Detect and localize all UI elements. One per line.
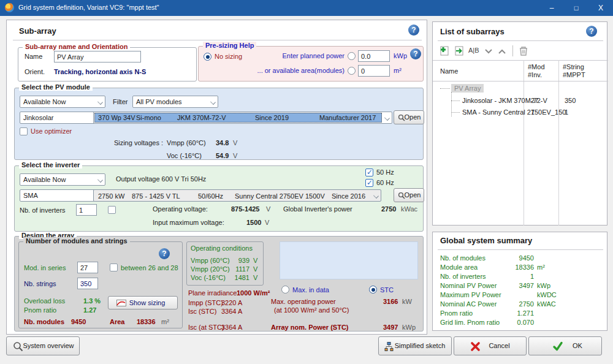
mod-series-spinner[interactable]: 27 — [77, 262, 98, 273]
rename-subarray-icon[interactable]: A|B — [468, 47, 479, 54]
no-sizing-radio[interactable] — [204, 53, 211, 61]
pv-filter-value: All PV modules — [136, 98, 182, 105]
tree-line — [451, 92, 452, 116]
orient-label: Orient. — [25, 68, 45, 75]
nb-strings-spinner[interactable]: 350 — [77, 278, 98, 289]
pv-module-since: Since 2019 — [255, 113, 289, 123]
simplified-sketch-label: Simplified sketch — [395, 342, 446, 349]
inverter-open-button[interactable]: Open — [394, 188, 424, 202]
window-title: Grid system definition, Variant VC9: "mp… — [18, 4, 159, 11]
inverter-since: Since 2016 — [332, 192, 365, 201]
opcond-value: 1117 — [231, 265, 249, 273]
column-divider — [558, 60, 559, 226]
minimize-button[interactable]: – — [539, 0, 564, 16]
summary-unit: kWDC — [537, 291, 557, 298]
subarrays-toolbar: A|B — [438, 44, 603, 59]
inverter-availability-select[interactable]: Available Now — [20, 173, 105, 186]
col-mod-header[interactable]: #Mod — [528, 63, 545, 70]
max-in-data-radio[interactable] — [281, 286, 289, 294]
area-label: ... or available area(modules) — [248, 67, 345, 74]
nb-inverters-spinner[interactable]: 1 — [76, 204, 97, 216]
move-up-icon[interactable] — [498, 48, 506, 55]
delete-subarray-icon[interactable] — [519, 45, 528, 56]
summary-label: Maximum PV Power — [440, 291, 501, 298]
subarray-heading: Sub-array — [19, 26, 56, 36]
tree-root-pv-array[interactable]: PV Array — [451, 84, 484, 93]
pv-availability-select[interactable]: Available Now — [20, 96, 105, 108]
subarray-name-input[interactable]: PV Array — [54, 51, 141, 63]
pv-module-select[interactable]: 370 Wp 34V Si-mono JKM 370M-72-V Since 2… — [93, 112, 392, 124]
show-sizing-button[interactable]: Show sizing — [108, 296, 178, 309]
filter-label: Filter — [113, 98, 128, 105]
isc-at-stc-label: Isc (at STC) — [188, 324, 224, 331]
orientation-value: Tracking, horizontal axis N-S — [54, 68, 146, 75]
inverter-title: Select the inverter — [19, 161, 82, 169]
cancel-button[interactable]: Cancel — [454, 336, 527, 355]
inverter-frequency: 50/60Hz — [198, 192, 223, 201]
planned-power-label: Enter planned power — [278, 52, 345, 59]
vmpp-label: Vmpp (60°C) — [167, 139, 206, 146]
inverter-voltage-range: 875 - 1425 V TL — [132, 192, 180, 201]
system-overview-button[interactable]: System overview — [6, 336, 80, 355]
duplicate-subarray-icon[interactable] — [454, 45, 465, 56]
planned-power-radio[interactable] — [348, 52, 356, 60]
show-sizing-label: Show sizing — [129, 299, 166, 306]
subarrays-help-icon[interactable]: ? — [586, 26, 597, 37]
app-logo-icon — [5, 3, 14, 12]
col-inv-header[interactable]: #Inv. — [528, 71, 542, 78]
isc-value: 3364 A — [221, 308, 242, 315]
overload-loss-value: 1.3 % — [83, 297, 101, 305]
inverter-manufacturer-select[interactable]: SMA — [20, 189, 105, 202]
move-down-icon[interactable] — [484, 48, 493, 55]
tree-item-module-string: 350 — [565, 97, 576, 104]
presizing-help-icon[interactable]: ? — [410, 48, 421, 59]
tree-item-inverter[interactable]: SMA - Sunny Central 2750EV_150 — [462, 108, 566, 116]
inverter-open-label: Open — [405, 191, 421, 199]
pv-filter-select[interactable]: All PV modules — [132, 96, 218, 108]
stc-radio[interactable] — [369, 286, 377, 294]
summary-value: 1 — [500, 273, 534, 280]
vmpp-value: 34.8 — [216, 139, 229, 146]
simplified-sketch-button[interactable]: Simplified sketch — [378, 336, 452, 355]
isc-label: Isc (STC) — [188, 308, 216, 315]
opcond-value: 1481 — [231, 274, 249, 281]
col-name-header[interactable]: Name — [440, 67, 458, 75]
inverter-model-select[interactable]: 2750 kW 875 - 1425 V TL 50/60Hz Sunny Ce… — [93, 189, 381, 202]
between-label: between 26 and 28 — [121, 264, 178, 271]
pv-availability-value: Available Now — [23, 98, 66, 105]
pv-module-title: Select the PV module — [19, 83, 93, 91]
freq-60hz-checkbox[interactable] — [365, 179, 373, 187]
col-mppt-header[interactable]: #MPPT — [563, 71, 585, 78]
pv-module-model: JKM 370M-72-V — [177, 113, 226, 123]
inverter-manufacturer-value: SMA — [23, 192, 38, 199]
ok-button[interactable]: OK — [528, 336, 602, 355]
area-radio[interactable] — [348, 67, 356, 75]
add-subarray-icon[interactable] — [439, 45, 450, 56]
use-optimizer-checkbox[interactable] — [20, 127, 28, 135]
subarray-help-icon[interactable]: ? — [408, 25, 419, 36]
pv-manufacturer-select[interactable]: Jinkosolar — [20, 112, 105, 124]
impp-label: Impp (STC) — [188, 299, 223, 306]
global-power-label: Global Inverter's power — [283, 205, 352, 213]
col-string-header[interactable]: #String — [563, 63, 584, 70]
modules-strings-title: Number of modules and strings — [23, 237, 130, 245]
operating-voltage-unit: V — [266, 205, 270, 213]
search-icon — [13, 341, 23, 352]
pv-open-button[interactable]: Open — [394, 110, 424, 124]
pv-module-section: Select the PV module Available Now Filte… — [14, 88, 424, 160]
summary-label: Grid lim. Pnom ratio — [440, 319, 500, 326]
planned-power-input[interactable]: 0.0 — [358, 50, 390, 62]
close-button[interactable]: X — [588, 0, 613, 16]
summary-value: 1.271 — [500, 309, 534, 317]
summary-title: Global system summary — [440, 236, 532, 245]
area-label: Area — [110, 318, 124, 325]
freq-50hz-checkbox[interactable] — [365, 169, 373, 176]
modules-strings-help-icon[interactable]: ? — [159, 248, 170, 259]
area-input[interactable]: 0 — [358, 65, 390, 77]
nb-inverters-checkbox[interactable] — [108, 206, 116, 214]
between-checkbox[interactable] — [110, 264, 118, 271]
presizing-group: Pre-sizing Help No sizing Enter planned … — [198, 46, 424, 82]
column-divider — [524, 60, 524, 226]
maximize-button[interactable]: □ — [564, 0, 588, 16]
title-bar: Grid system definition, Variant VC9: "mp… — [0, 0, 613, 16]
